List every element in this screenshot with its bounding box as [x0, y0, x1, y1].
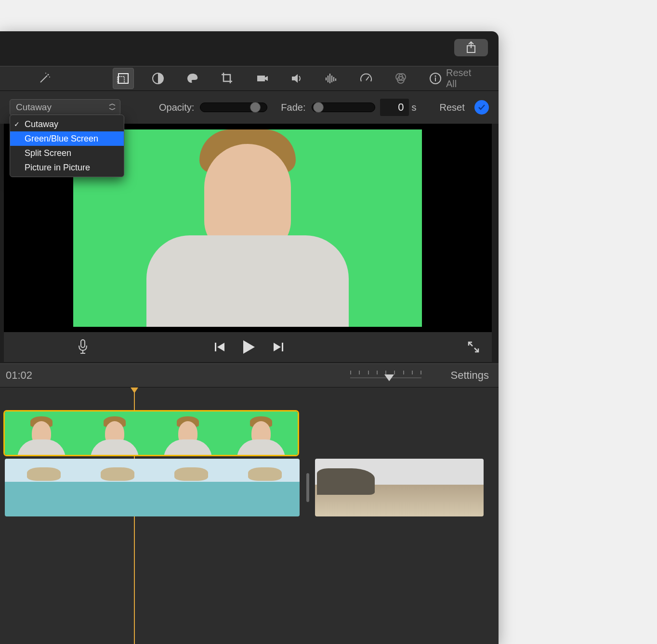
svg-rect-9: [257, 76, 265, 81]
noise-reduction-tab[interactable]: [321, 68, 342, 89]
wand-icon: [38, 72, 51, 85]
clip-filter-tab[interactable]: [390, 68, 411, 89]
svg-rect-14: [329, 74, 330, 83]
timeline-header: 01:02 Settings: [0, 363, 499, 387]
clip-gap-handle[interactable]: [306, 473, 309, 502]
imovie-window: Reset All Cutaway Opacity: Fade: 0 s Res…: [0, 31, 499, 644]
svg-rect-15: [331, 76, 332, 82]
clip-thumb: [5, 412, 78, 455]
speedometer-icon: [359, 72, 373, 85]
fade-label: Fade:: [281, 102, 305, 113]
menu-item-picture-in-picture[interactable]: Picture in Picture: [10, 160, 124, 175]
main-beach-clip-2[interactable]: [315, 459, 484, 516]
speed-tab[interactable]: [355, 68, 377, 89]
svg-point-3: [48, 74, 49, 76]
preview-person-body: [146, 235, 349, 327]
check-icon: ✓: [14, 120, 20, 128]
svg-rect-12: [326, 77, 327, 80]
inspector-toolbar: Reset All: [0, 66, 499, 91]
preview-greenscreen-frame: [73, 129, 422, 327]
color-balance-icon: [151, 72, 165, 85]
svg-rect-24: [435, 77, 436, 81]
play-button[interactable]: [242, 339, 256, 355]
next-button[interactable]: [272, 341, 284, 353]
share-button[interactable]: [454, 39, 488, 56]
svg-point-4: [45, 73, 46, 74]
fade-unit-label: s: [412, 102, 417, 113]
menu-item-cutaway[interactable]: ✓ Cutaway: [10, 117, 124, 131]
timeline-time: 01:02: [6, 369, 32, 382]
svg-rect-6: [118, 74, 128, 83]
next-icon: [272, 341, 284, 353]
share-icon: [466, 41, 476, 54]
info-icon: [429, 72, 442, 85]
svg-rect-32: [282, 343, 283, 351]
svg-rect-17: [335, 78, 336, 81]
fade-slider-thumb[interactable]: [313, 102, 324, 113]
fullscreen-button[interactable]: [467, 340, 480, 354]
svg-rect-25: [81, 340, 85, 348]
clip-thumb: [79, 459, 152, 516]
overlay-type-menu: ✓ Cutaway Green/Blue Screen Split Screen…: [10, 115, 124, 177]
play-icon: [242, 339, 256, 355]
overlay-icon: [117, 72, 130, 85]
previous-button[interactable]: [214, 341, 226, 353]
clip-thumb: [5, 459, 79, 516]
confirm-button[interactable]: [474, 100, 489, 115]
info-tab[interactable]: [425, 68, 446, 89]
camera-icon: [255, 72, 269, 85]
color-balance-tab[interactable]: [147, 68, 169, 89]
previous-icon: [214, 341, 226, 353]
clip-thumb: [315, 459, 484, 516]
main-beach-clip-1[interactable]: [5, 459, 300, 516]
zoom-thumb[interactable]: [384, 374, 394, 381]
fade-value-input[interactable]: 0: [380, 99, 409, 116]
clip-thumb: [151, 412, 224, 455]
svg-marker-10: [265, 76, 268, 81]
svg-marker-31: [274, 343, 281, 351]
timeline[interactable]: [0, 387, 499, 644]
svg-rect-13: [328, 76, 328, 82]
voiceover-button[interactable]: [77, 339, 89, 355]
menu-item-green-blue-screen[interactable]: Green/Blue Screen: [10, 131, 124, 146]
svg-rect-28: [215, 343, 216, 351]
color-correction-tab[interactable]: [182, 68, 203, 89]
reset-all-button[interactable]: Reset All: [446, 67, 481, 90]
eq-icon: [325, 73, 338, 84]
timeline-settings-button[interactable]: Settings: [451, 369, 489, 382]
clip-thumb: [152, 459, 226, 516]
crop-tab[interactable]: [217, 68, 238, 89]
clip-thumb: [224, 412, 298, 455]
magic-wand-button[interactable]: [38, 72, 51, 85]
menu-item-split-screen[interactable]: Split Screen: [10, 146, 124, 160]
microphone-icon: [77, 339, 89, 355]
dropdown-selected-label: Cutaway: [16, 102, 52, 113]
palette-icon: [186, 72, 199, 85]
overlay-type-dropdown[interactable]: Cutaway: [10, 99, 120, 116]
expand-icon: [467, 340, 480, 354]
svg-marker-29: [217, 343, 224, 351]
svg-marker-11: [292, 74, 298, 83]
svg-point-5: [49, 77, 50, 77]
speaker-icon: [290, 72, 303, 85]
overlay-tab[interactable]: [113, 68, 134, 89]
opacity-slider[interactable]: [200, 103, 267, 112]
stabilization-tab[interactable]: [251, 68, 273, 89]
clip-thumb: [226, 459, 300, 516]
svg-marker-30: [243, 340, 255, 354]
checkmark-icon: [477, 103, 486, 112]
zoom-slider[interactable]: [350, 371, 421, 380]
reset-button[interactable]: Reset: [440, 102, 465, 113]
filter-circles-icon: [394, 72, 407, 85]
fade-slider[interactable]: [312, 103, 375, 112]
svg-point-23: [435, 76, 436, 77]
chevron-down-icon: [108, 103, 116, 111]
clip-thumb: [78, 412, 151, 455]
opacity-slider-thumb[interactable]: [250, 102, 261, 113]
svg-line-2: [40, 76, 47, 82]
playback-controls: [4, 332, 492, 362]
svg-line-18: [366, 77, 369, 80]
volume-tab[interactable]: [286, 68, 307, 89]
overlay-greenscreen-clip[interactable]: [5, 412, 298, 455]
crop-icon: [221, 72, 234, 85]
